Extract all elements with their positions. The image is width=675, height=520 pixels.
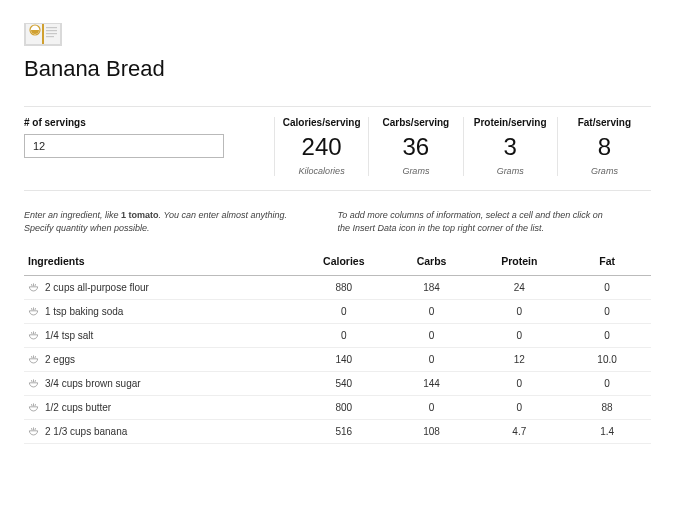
cell-fat: 88: [563, 395, 651, 419]
col-fat: Fat: [563, 247, 651, 276]
cell-fat: 10.0: [563, 347, 651, 371]
stat-unit: Grams: [564, 166, 645, 176]
cell-fat: 0: [563, 275, 651, 299]
cell-fat: 0: [563, 299, 651, 323]
food-item-icon: [28, 426, 39, 437]
cell-fat: 0: [563, 323, 651, 347]
ingredient-name: 1 tsp baking soda: [45, 306, 123, 317]
cell-carbs: 0: [388, 323, 476, 347]
table-row[interactable]: 2 cups all-purpose flour880184240: [24, 275, 651, 299]
ingredient-name: 2 1/3 cups banana: [45, 426, 127, 437]
stat-value: 240: [281, 134, 362, 160]
food-item-icon: [28, 378, 39, 389]
ingredient-name: 3/4 cups brown sugar: [45, 378, 141, 389]
stat-value: 36: [375, 134, 456, 160]
food-item-icon: [28, 330, 39, 341]
cell-protein: 4.7: [475, 419, 563, 443]
ingredients-table: Ingredients Calories Carbs Protein Fat 2…: [24, 247, 651, 444]
table-row[interactable]: 2 eggs14001210.0: [24, 347, 651, 371]
stat-calories: Calories/serving 240 Kilocalories: [274, 117, 368, 176]
ingredient-name: 2 cups all-purpose flour: [45, 282, 149, 293]
cell-protein: 0: [475, 299, 563, 323]
cell-protein: 24: [475, 275, 563, 299]
stat-unit: Grams: [470, 166, 551, 176]
cell-protein: 0: [475, 395, 563, 419]
servings-label: # of servings: [24, 117, 260, 128]
cell-calories: 516: [300, 419, 388, 443]
cell-calories: 800: [300, 395, 388, 419]
cell-fat: 1.4: [563, 419, 651, 443]
cell-calories: 540: [300, 371, 388, 395]
table-row[interactable]: 3/4 cups brown sugar54014400: [24, 371, 651, 395]
cell-protein: 12: [475, 347, 563, 371]
hint-left-bold: 1 tomato: [121, 210, 159, 220]
table-row[interactable]: 2 1/3 cups banana5161084.71.4: [24, 419, 651, 443]
food-item-icon: [28, 282, 39, 293]
col-protein: Protein: [475, 247, 563, 276]
table-row[interactable]: 1/4 tsp salt0000: [24, 323, 651, 347]
cell-carbs: 0: [388, 347, 476, 371]
col-ingredients: Ingredients: [24, 247, 300, 276]
cell-protein: 0: [475, 323, 563, 347]
table-row[interactable]: 1/2 cups butter8000088: [24, 395, 651, 419]
svg-rect-5: [46, 30, 57, 31]
servings-input[interactable]: [24, 134, 224, 158]
cell-fat: 0: [563, 371, 651, 395]
ingredient-name: 1/4 tsp salt: [45, 330, 93, 341]
cell-calories: 0: [300, 299, 388, 323]
stat-label: Calories/serving: [281, 117, 362, 128]
stat-protein: Protein/serving 3 Grams: [463, 117, 557, 176]
svg-rect-2: [42, 24, 44, 44]
cell-carbs: 0: [388, 395, 476, 419]
stat-value: 8: [564, 134, 645, 160]
stat-label: Protein/serving: [470, 117, 551, 128]
hint-left: Enter an ingredient, like 1 tomato. You …: [24, 209, 338, 234]
food-item-icon: [28, 354, 39, 365]
stat-unit: Grams: [375, 166, 456, 176]
ingredient-name: 1/2 cups butter: [45, 402, 111, 413]
cell-calories: 140: [300, 347, 388, 371]
col-carbs: Carbs: [388, 247, 476, 276]
stat-fat: Fat/serving 8 Grams: [557, 117, 651, 176]
ingredient-name: 2 eggs: [45, 354, 75, 365]
stat-unit: Kilocalories: [281, 166, 362, 176]
recipe-book-icon: [24, 20, 62, 46]
recipe-title: Banana Bread: [24, 56, 651, 82]
cell-calories: 0: [300, 323, 388, 347]
cell-calories: 880: [300, 275, 388, 299]
hints-row: Enter an ingredient, like 1 tomato. You …: [24, 209, 651, 234]
food-item-icon: [28, 402, 39, 413]
stat-label: Fat/serving: [564, 117, 645, 128]
svg-rect-4: [46, 27, 57, 28]
col-calories: Calories: [300, 247, 388, 276]
table-row[interactable]: 1 tsp baking soda0000: [24, 299, 651, 323]
svg-rect-6: [46, 33, 57, 34]
cell-protein: 0: [475, 371, 563, 395]
cell-carbs: 144: [388, 371, 476, 395]
summary-row: # of servings Calories/serving 240 Kiloc…: [24, 106, 651, 191]
food-item-icon: [28, 306, 39, 317]
hint-left-pre: Enter an ingredient, like: [24, 210, 121, 220]
cell-carbs: 184: [388, 275, 476, 299]
cell-carbs: 108: [388, 419, 476, 443]
stat-value: 3: [470, 134, 551, 160]
cell-carbs: 0: [388, 299, 476, 323]
svg-rect-7: [46, 36, 54, 37]
hint-right: To add more columns of information, sele…: [338, 209, 652, 234]
stat-label: Carbs/serving: [375, 117, 456, 128]
stat-carbs: Carbs/serving 36 Grams: [368, 117, 462, 176]
